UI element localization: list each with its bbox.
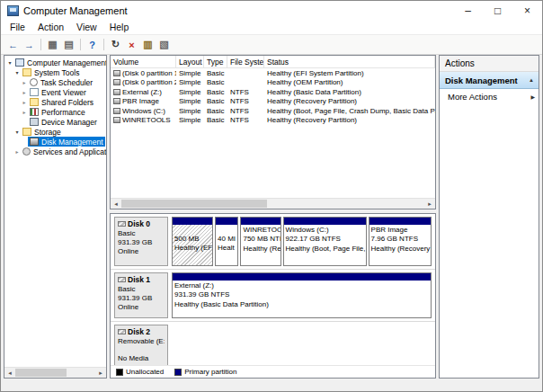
menu-action[interactable]: Action: [31, 21, 70, 33]
cell-volume: PBR Image: [111, 97, 176, 105]
volume-row-disk-0-partition-2[interactable]: (Disk 0 partition 2)SimpleBasicHealthy (…: [111, 78, 435, 88]
tree-item-label: Shared Folders: [41, 98, 93, 107]
tree-item-label: Performance: [41, 108, 85, 117]
cell-volume: (Disk 0 partition 1): [111, 69, 176, 77]
volume-row-external-z[interactable]: External (Z:)SimpleBasicNTFSHealthy (Bas…: [111, 87, 435, 97]
cell-file_system: NTFS: [227, 88, 264, 96]
disk-header-disk-1[interactable]: Disk 1Basic931.39 GBOnline: [114, 272, 168, 318]
partition-winretoo[interactable]: WINRETOO750 MB NTFHealthy (Re: [240, 217, 280, 266]
disk-rows: Disk 0Basic931.39 GBOnline500 MBHealthy …: [111, 214, 435, 365]
center-panel: VolumeLayoutTypeFile SystemStatus (Disk …: [110, 55, 436, 379]
partition-40-mi[interactable]: 40 MIHealt: [215, 217, 238, 266]
chevron-collapsed-icon[interactable]: ▸: [21, 89, 28, 95]
maximize-button[interactable]: □: [483, 1, 512, 20]
forward-icon[interactable]: →: [22, 37, 37, 52]
partition-windows-c[interactable]: Windows (C:)922.17 GB NTFSHealthy (Boot,…: [283, 217, 367, 266]
scroll-left-icon[interactable]: ◂: [111, 199, 121, 209]
console-tree-icon[interactable]: ▦: [45, 37, 60, 52]
tree-item-computer-management-local[interactable]: ▾Computer Management (Local: [4, 58, 106, 67]
actions-group-label: Disk Management: [445, 76, 518, 85]
disk-legend: UnallocatedPrimary partition: [111, 365, 435, 378]
primary-partition-band: [369, 218, 431, 225]
scroll-right-icon[interactable]: ▸: [424, 199, 435, 209]
tree-item-system-tools[interactable]: ▾System Tools: [4, 67, 106, 77]
open-icon[interactable]: ▥: [140, 37, 156, 52]
tree-item-task-scheduler[interactable]: ▸Task Scheduler: [4, 77, 106, 87]
chevron-collapsed-icon[interactable]: ▸: [21, 79, 28, 85]
column-header-status[interactable]: Status: [264, 56, 435, 68]
cell-volume: External (Z:): [111, 88, 176, 96]
export-list-icon[interactable]: ▤: [61, 37, 76, 52]
chevron-expanded-icon[interactable]: ▾: [13, 69, 21, 76]
minimize-button[interactable]: –: [453, 1, 483, 20]
volume-row-disk-0-partition-1[interactable]: (Disk 0 partition 1)SimpleBasicHealthy (…: [111, 68, 435, 78]
tree-horizontal-scrollbar[interactable]: ◂ ▸: [4, 367, 106, 378]
tree-item-label: Storage: [34, 128, 61, 137]
tree-item-content: Storage: [21, 127, 63, 137]
legend-unallocated: Unallocated: [116, 368, 164, 376]
more-actions-item[interactable]: More Actions ▶: [440, 89, 539, 104]
close-button[interactable]: ×: [512, 1, 542, 20]
actions-group-disk-management[interactable]: Disk Management ▲: [440, 72, 539, 89]
delete-volume-icon[interactable]: ×: [124, 37, 139, 52]
tree-item-shared-folders[interactable]: ▸Shared Folders: [4, 97, 106, 107]
chevron-collapsed-icon[interactable]: ▸: [21, 109, 28, 115]
column-header-layout[interactable]: Layout: [176, 56, 204, 68]
cell-type: Basic: [204, 107, 227, 115]
disk-header-line: Online: [118, 303, 165, 312]
scroll-right-icon[interactable]: ▸: [95, 368, 106, 378]
properties-icon[interactable]: ▧: [156, 37, 172, 52]
menu-help[interactable]: Help: [103, 21, 136, 33]
tree-item-label: System Tools: [34, 68, 79, 77]
back-icon[interactable]: ←: [5, 37, 21, 52]
column-header-file-system[interactable]: File System: [227, 56, 264, 68]
partition-external-z[interactable]: External (Z:)931.39 GB NTFSHealthy (Basi…: [172, 272, 432, 318]
volume-row-pbr-image[interactable]: PBR ImageSimpleBasicNTFSHealthy (Recover…: [111, 97, 435, 107]
eventlog-icon: [30, 88, 39, 96]
services-icon: [22, 147, 31, 156]
tree-item-content: Services and Applications: [21, 147, 106, 156]
volume-icon: [113, 89, 120, 95]
help-icon[interactable]: ?: [85, 37, 100, 52]
partition-area: External (Z:)931.39 GB NTFSHealthy (Basi…: [172, 272, 432, 318]
chevron-collapsed-icon[interactable]: ▸: [13, 148, 21, 155]
chevron-expanded-icon[interactable]: ▾: [6, 59, 13, 66]
partition-pbr-image[interactable]: PBR Image7.96 GB NTFSHealthy (Recovery: [369, 217, 432, 266]
disk-header-line: Basic: [118, 285, 165, 294]
menu-file[interactable]: File: [4, 21, 31, 33]
volume-horizontal-scrollbar[interactable]: ◂ ▸: [111, 198, 435, 209]
toolbar: ←→▦▤?↻×▥▧: [1, 35, 542, 55]
column-header-volume[interactable]: Volume: [111, 56, 176, 68]
chevron-collapsed-icon[interactable]: ▸: [21, 99, 28, 105]
disk-header-disk-0[interactable]: Disk 0Basic931.39 GBOnline: [114, 217, 168, 266]
volume-row-windows-c[interactable]: Windows (C:)SimpleBasicNTFSHealthy (Boot…: [111, 106, 435, 116]
refresh-icon[interactable]: ↻: [108, 37, 123, 52]
folder-icon: [22, 68, 31, 76]
scroll-thumb[interactable]: [15, 369, 67, 377]
scroll-thumb[interactable]: [121, 200, 267, 208]
menu-view[interactable]: View: [70, 21, 103, 33]
disk-header-disk-2[interactable]: Disk 2Removable (E:)No Media: [114, 325, 168, 365]
window-title: Computer Management: [23, 5, 128, 16]
partition-label: WINRETOO750 MB NTFHealthy (Re: [241, 225, 280, 265]
toolbar-separator: [103, 39, 104, 50]
cell-type: Basic: [204, 116, 227, 124]
chevron-expanded-icon[interactable]: ▾: [13, 129, 21, 135]
disk-icon: [118, 221, 126, 227]
tree-item-performance[interactable]: ▸Performance: [4, 107, 106, 117]
tree-item-services-and-applications[interactable]: ▸Services and Applications: [4, 147, 106, 156]
tree-item-storage[interactable]: ▾Storage: [4, 127, 106, 137]
tree-item-disk-management[interactable]: Disk Management: [4, 137, 106, 147]
scroll-left-icon[interactable]: ◂: [4, 368, 15, 378]
disk-header-line: Basic: [118, 229, 165, 238]
tree-item-event-viewer[interactable]: ▸Event Viewer: [4, 87, 106, 97]
legend-swatch: [174, 369, 182, 376]
collapse-icon[interactable]: ▲: [529, 77, 534, 83]
tree-item-device-manager[interactable]: Device Manager: [4, 117, 106, 127]
tree-item-content: Device Manager: [28, 117, 99, 127]
column-header-type[interactable]: Type: [204, 56, 227, 68]
volume-icon: [113, 79, 120, 85]
tree-item-content: Disk Management: [28, 137, 105, 147]
partition-500-mb[interactable]: 500 MBHealthy (EF: [172, 217, 213, 266]
volume-row-winretools[interactable]: WINRETOOLSSimpleBasicNTFSHealthy (Recove…: [111, 116, 435, 126]
